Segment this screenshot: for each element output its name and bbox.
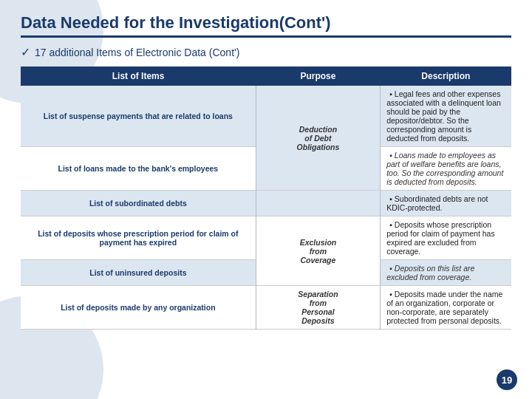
- col-header-description: Description: [381, 66, 511, 86]
- item-cell: List of suspense payments that are relat…: [21, 86, 256, 147]
- page-container: Data Needed for the Investigation(Cont')…: [0, 0, 532, 399]
- title-text: Data Needed for the Investigation: [21, 13, 279, 32]
- item-cell: List of uninsured deposits: [21, 260, 256, 286]
- desc-cell: ▪ Deposits made under the name of an org…: [381, 286, 511, 330]
- purpose-cell: ExclusionfromCoverage: [256, 216, 380, 286]
- checkmark-icon: ✓: [21, 45, 30, 59]
- desc-cell: ▪ Subordinated debts are not KDIC-protec…: [381, 191, 511, 216]
- table-row: List of deposits made by any organizatio…: [21, 286, 511, 330]
- desc-cell: ▪ Deposits on this list are excluded fro…: [381, 260, 511, 286]
- item-cell: List of subordinated debts: [21, 191, 256, 216]
- col-header-purpose: Purpose: [256, 66, 380, 86]
- table-header-row: List of Items Purpose Description: [21, 66, 511, 86]
- purpose-cell: SeparationfromPersonalDeposits: [256, 286, 380, 330]
- page-title: Data Needed for the Investigation(Cont'): [21, 13, 511, 38]
- desc-cell: ▪ Deposits whose prescription period for…: [381, 216, 511, 260]
- item-cell: List of deposits made by any organizatio…: [21, 286, 256, 330]
- desc-cell: ▪ Loans made to employees as part of wel…: [381, 147, 511, 191]
- purpose-cell: Deductionof DebtObligations: [256, 86, 380, 191]
- data-table: List of Items Purpose Description List o…: [21, 66, 511, 330]
- item-cell: List of deposits whose prescription peri…: [21, 216, 256, 260]
- col-header-items: List of Items: [21, 66, 256, 86]
- item-cell: List of loans made to the bank's employe…: [21, 147, 256, 191]
- subtitle-text: 17 additional Items of Electronic Data (…: [35, 47, 239, 58]
- table-row: List of suspense payments that are relat…: [21, 86, 511, 147]
- desc-cell: ▪ Legal fees and other expenses associat…: [381, 86, 511, 147]
- purpose-cell: [256, 191, 380, 216]
- table-row: List of deposits whose prescription peri…: [21, 216, 511, 260]
- subtitle: ✓ 17 additional Items of Electronic Data…: [21, 45, 511, 59]
- table-row: List of subordinated debts ▪ Subordinate…: [21, 191, 511, 216]
- title-cont: (Cont'): [279, 13, 331, 32]
- page-number: 19: [497, 369, 517, 390]
